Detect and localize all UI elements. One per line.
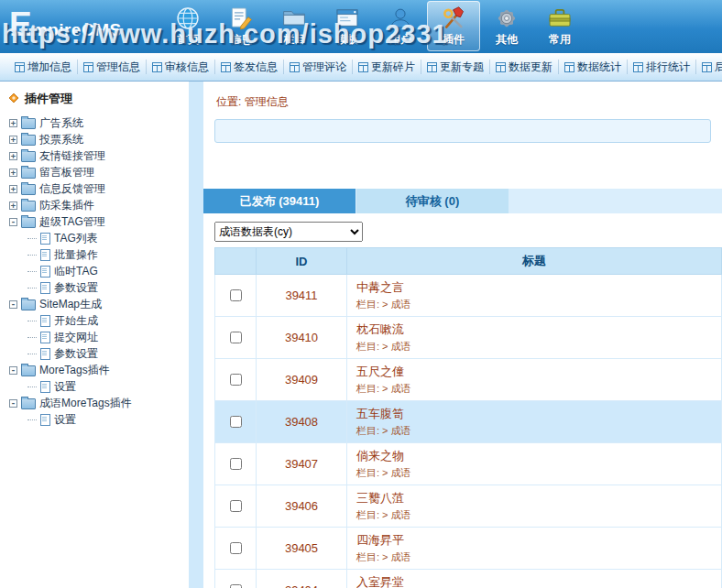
tree-node-label[interactable]: 成语MoreTags插件 (39, 396, 132, 411)
tree-node[interactable]: TAG列表 (5, 230, 189, 246)
tree-node-label[interactable]: 防采集插件 (39, 198, 94, 213)
row-checkbox[interactable] (230, 500, 242, 512)
tree-node-label[interactable]: 参数设置 (54, 346, 98, 362)
row-title-link[interactable]: 入室昇堂 (356, 574, 720, 588)
tree-node[interactable]: 留言板管理 (5, 164, 189, 180)
tree-node[interactable]: 广告系统 (5, 114, 189, 131)
row-category-link[interactable]: 栏目: > 成语 (356, 466, 720, 480)
tree-toggle-icon[interactable] (9, 152, 17, 160)
tree-node[interactable]: 开始生成 (5, 312, 189, 329)
tree-node-label[interactable]: 提交网址 (54, 330, 98, 345)
row-checkbox[interactable] (230, 416, 242, 428)
top-menu-item-column[interactable]: 栏目 (268, 1, 321, 51)
tree-node-label[interactable]: SiteMap生成 (39, 297, 102, 312)
tree-node[interactable]: 设置 (5, 378, 189, 395)
nav-item[interactable]: 排行统计 (628, 60, 696, 74)
nav-item[interactable]: 增加信息 (9, 60, 78, 74)
tree-node[interactable]: 投票系统 (5, 131, 189, 147)
top-menu-item-template[interactable]: 模板 (321, 1, 374, 51)
grid-list-icon (221, 62, 231, 72)
breadcrumb-link[interactable]: 管理信息 (245, 95, 289, 108)
tree-node-label[interactable]: 设置 (54, 379, 76, 395)
row-category-link[interactable]: 栏目: > 成语 (356, 508, 720, 522)
tree-node-label[interactable]: 临时TAG (54, 264, 98, 279)
tree-toggle-icon[interactable] (9, 218, 17, 226)
row-title-link[interactable]: 中冓之言 (356, 279, 720, 296)
row-title-link[interactable]: 枕石嗽流 (356, 321, 720, 338)
tree-toggle-icon[interactable] (9, 169, 17, 177)
row-checkbox[interactable] (230, 458, 242, 470)
tree-toggle-icon[interactable] (9, 201, 17, 210)
tree-toggle-icon[interactable] (9, 185, 17, 193)
tree-node[interactable]: 设置 (5, 411, 189, 428)
nav-item[interactable]: 审核信息 (147, 60, 215, 74)
tree-node-label[interactable]: 投票系统 (39, 132, 83, 147)
top-menu-item-user[interactable]: 用户 (374, 1, 427, 51)
tree-node-label[interactable]: 开始生成 (54, 313, 98, 329)
tree-node[interactable]: 提交网址 (5, 329, 189, 345)
nav-item[interactable]: 更新专题 (421, 60, 490, 74)
tree-node[interactable]: 临时TAG (5, 263, 189, 279)
tree-node-label[interactable]: 批量操作 (54, 247, 98, 263)
top-menu-item-common[interactable]: 常用 (533, 1, 586, 51)
tree-node[interactable]: MoreTags插件 (5, 362, 189, 378)
tree-node-label[interactable]: 超级TAG管理 (39, 214, 105, 230)
tree-node-label[interactable]: 信息反馈管理 (39, 181, 105, 197)
top-menu-item-other[interactable]: 其他 (480, 1, 533, 51)
tree-node-label[interactable]: 留言板管理 (39, 165, 94, 180)
tree-node[interactable]: SiteMap生成 (5, 296, 189, 312)
tree-node[interactable]: 防采集插件 (5, 197, 189, 213)
tree-node[interactable]: 成语MoreTags插件 (5, 395, 189, 411)
data-table-select[interactable]: 成语数据表(cy) (214, 222, 363, 242)
nav-item[interactable]: 管理评论 (284, 60, 353, 74)
tree-node-label[interactable]: 广告系统 (39, 115, 83, 131)
top-menu-item-home[interactable]: 首页 (161, 1, 214, 51)
row-title-link[interactable]: 五尺之僮 (356, 364, 720, 380)
tree-node[interactable]: 参数设置 (5, 345, 189, 362)
tree-toggle-icon[interactable] (9, 136, 17, 144)
tab-pending[interactable]: 待审核 (0) (356, 189, 509, 213)
search-bar[interactable] (214, 119, 711, 143)
tree-node-label[interactable]: 友情链接管理 (39, 148, 105, 164)
row-checkbox[interactable] (230, 584, 242, 588)
row-title-link[interactable]: 三臡八菹 (356, 490, 720, 506)
nav-item[interactable]: 数据更新 (490, 60, 559, 74)
nav-item[interactable]: 签发信息 (215, 60, 284, 74)
tree-toggle-icon[interactable] (9, 300, 17, 309)
top-menu: 首页 信息 栏目 模板 用户 插件 其他 常用 (161, 1, 586, 51)
row-checkbox[interactable] (230, 332, 242, 343)
tree-node-label[interactable]: MoreTags插件 (39, 363, 110, 378)
tree-node-label[interactable]: TAG列表 (54, 231, 98, 246)
row-category-link[interactable]: 栏目: > 成语 (356, 340, 720, 354)
top-menu-item-plugin[interactable]: 插件 (427, 1, 480, 51)
tree-toggle-icon[interactable] (9, 399, 17, 408)
nav-item[interactable]: 后台首页 (696, 60, 722, 74)
row-checkbox[interactable] (230, 289, 242, 301)
tree-node-label[interactable]: 参数设置 (54, 280, 98, 296)
tree-node[interactable]: 信息反馈管理 (5, 180, 189, 197)
tree-node[interactable]: 参数设置 (5, 279, 189, 296)
table-row: 39409 五尺之僮 栏目: > 成语 (215, 359, 722, 401)
tree-toggle-icon[interactable] (9, 119, 17, 127)
tree-node[interactable]: 批量操作 (5, 246, 189, 263)
row-title-link[interactable]: 倘来之物 (356, 448, 720, 464)
row-title-link[interactable]: 四海昇平 (356, 532, 720, 549)
row-category-link[interactable]: 栏目: > 成语 (356, 382, 720, 396)
tree-node[interactable]: 超级TAG管理 (5, 213, 189, 230)
nav-item[interactable]: 管理信息 (78, 60, 147, 74)
row-category-link[interactable]: 栏目: > 成语 (356, 550, 720, 564)
tree-toggle-icon[interactable] (9, 366, 17, 375)
nav-item[interactable]: 更新碎片 (353, 60, 421, 74)
nav-item[interactable]: 数据统计 (559, 60, 628, 74)
tab-published[interactable]: 已发布 (39411) (203, 189, 356, 213)
row-checkbox[interactable] (230, 374, 242, 386)
row-category-link[interactable]: 栏目: > 成语 (356, 424, 720, 438)
tree-node-label[interactable]: 设置 (54, 412, 76, 428)
row-checkbox[interactable] (230, 542, 242, 554)
row-title-link[interactable]: 五车腹笥 (356, 406, 720, 422)
row-id: 39408 (257, 401, 347, 443)
tree-node[interactable]: 友情链接管理 (5, 147, 189, 164)
top-menu-item-info[interactable]: 信息 (214, 1, 268, 51)
sidebar: 插件管理 广告系统 投票系统 (0, 82, 189, 588)
row-category-link[interactable]: 栏目: > 成语 (356, 298, 720, 311)
